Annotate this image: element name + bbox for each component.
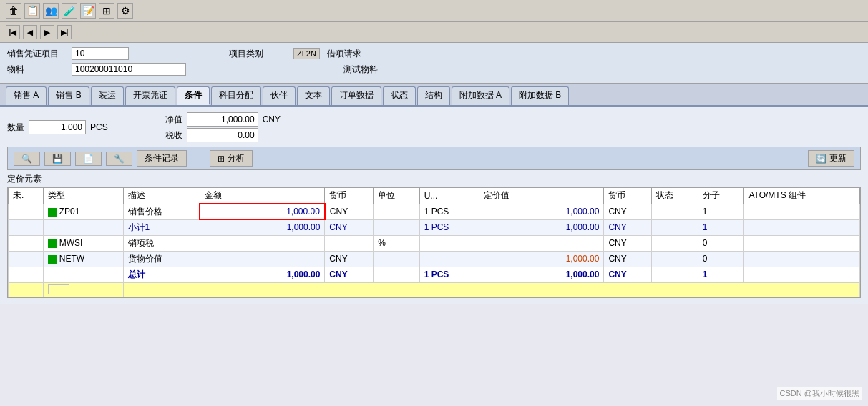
save-small-button[interactable]: 💾 (44, 152, 71, 166)
cell-pricecur: CNY (604, 219, 652, 235)
table-row[interactable]: ZP01 销售价格 1,000.00 CNY 1 PCS 1,000.00 CN… (9, 204, 860, 219)
cell-numerator: 0 (698, 251, 744, 267)
tab-partner[interactable]: 伙伴 (263, 86, 296, 105)
update-button[interactable]: 🔄 更新 (808, 150, 854, 167)
next-button[interactable]: ▶ (40, 25, 54, 39)
qty-input[interactable] (29, 120, 86, 134)
prev-button[interactable]: ◀ (23, 25, 37, 39)
cond-record-button[interactable]: 条件记录 (137, 150, 187, 167)
tab-order[interactable]: 订单数据 (331, 86, 381, 105)
cell-mark (9, 235, 44, 251)
tax-input[interactable] (187, 128, 258, 142)
net-label: 净值 (165, 114, 182, 126)
nav-bar: |◀ ◀ ▶ ▶| (0, 22, 868, 43)
tab-account[interactable]: 科目分配 (211, 86, 261, 105)
qty-group: 数量 PCS (7, 120, 108, 134)
update-label: 更新 (829, 152, 847, 164)
cell-mark (9, 251, 44, 267)
search-icon: 🔍 (21, 154, 32, 164)
analysis-button[interactable]: ⊞ 分析 (210, 150, 253, 167)
tab-sale-b[interactable]: 销售 B (48, 86, 89, 105)
net-input[interactable] (187, 112, 258, 127)
cell-uom: 1 PCS (419, 267, 479, 282)
field4-input[interactable] (72, 63, 186, 76)
field2-label: 项目类别 (229, 48, 286, 60)
tools-icon: 🔧 (114, 154, 125, 164)
type-input[interactable] (48, 284, 69, 294)
cell-priceval: 1,000.00 (479, 251, 603, 267)
qty-label: 数量 (7, 122, 24, 134)
tab-status[interactable]: 状态 (383, 86, 416, 105)
cell-type-input[interactable] (44, 282, 123, 297)
cell-priceval (479, 235, 603, 251)
tab-extra-a[interactable]: 附加数据 A (452, 86, 509, 105)
field2-value: ZL2N (293, 48, 320, 59)
user-button[interactable]: 👥 (43, 3, 59, 19)
tab-text[interactable]: 文本 (297, 86, 330, 105)
cell-uom: 1 PCS (419, 219, 479, 235)
save-icon: 💾 (52, 154, 63, 164)
tab-extra-b[interactable]: 附加数据 B (511, 86, 569, 105)
tab-cond[interactable]: 条件 (177, 86, 210, 105)
cell-mark (9, 282, 44, 297)
cell-currency (325, 235, 374, 251)
edit-button[interactable]: 📝 (80, 3, 96, 19)
field3-label: 借项请求 (327, 48, 384, 60)
update-icon: 🔄 (816, 154, 826, 164)
last-button[interactable]: ▶| (57, 25, 72, 39)
cell-uom (419, 235, 479, 251)
tab-ship[interactable]: 装运 (91, 86, 124, 105)
cell-pricecur: CNY (604, 204, 652, 219)
delete-button[interactable]: 🗑 (6, 3, 21, 19)
cell-ato (744, 267, 860, 282)
empty-input-row[interactable] (9, 282, 860, 297)
content-area: 数量 PCS 净值 CNY 税收 🔍 💾 📄 🔧 (0, 107, 868, 304)
cell-numerator: 1 (698, 219, 744, 235)
tax-label: 税收 (165, 129, 182, 142)
cell-priceval: 1,000.00 (479, 267, 603, 282)
table-row[interactable]: NETW 货物价值 CNY 1,000.00 CNY 0 (9, 251, 860, 267)
col-amount: 金额 (200, 188, 324, 204)
field5-label: 测试物料 (343, 64, 378, 76)
tab-struct[interactable]: 结构 (417, 86, 450, 105)
cell-amount: 1,000.00 (200, 219, 324, 235)
cell-amount: 1,000.00 (200, 267, 324, 282)
table-row[interactable]: 总计 1,000.00 CNY 1 PCS 1,000.00 CNY 1 (9, 267, 860, 282)
cell-pricecur: CNY (604, 251, 652, 267)
tab-sale-a[interactable]: 销售 A (6, 86, 47, 105)
first-button[interactable]: |◀ (6, 25, 20, 39)
cell-unit (374, 267, 420, 282)
table-row[interactable]: MWSI 销项税 % CNY 0 (9, 235, 860, 251)
table-row[interactable]: 小计1 1,000.00 CNY 1 PCS 1,000.00 CNY 1 (9, 219, 860, 235)
table-button[interactable]: ⊞ (99, 3, 114, 19)
search-button[interactable]: 🔍 (14, 152, 40, 166)
cell-status (652, 267, 698, 282)
col-desc: 描述 (123, 188, 200, 204)
copy-small-button[interactable]: 📄 (75, 152, 102, 166)
cell-amount[interactable]: 1,000.00 (200, 204, 324, 219)
field1-input[interactable] (72, 47, 129, 60)
cell-ato (744, 235, 860, 251)
cell-type: NETW (44, 251, 123, 267)
tab-invoice[interactable]: 开票凭证 (125, 86, 175, 105)
conditions-table: 未. 类型 描述 金额 货币 单位 U... 定价值 货币 状态 分子 ATO/… (7, 187, 861, 298)
cell-mark (9, 267, 44, 282)
cell-green: ZP01 (44, 204, 123, 219)
header-form: 销售凭证项目 项目类别 ZL2N 借项请求 物料 测试物料 (0, 43, 868, 84)
col-unit: 单位 (374, 188, 420, 204)
cond-record-label: 条件记录 (145, 152, 179, 164)
cell-ato (744, 251, 860, 267)
col-numerator: 分子 (698, 188, 744, 204)
col-type: 类型 (44, 188, 123, 204)
netval-block: 净值 CNY 税收 (165, 112, 281, 142)
cell-currency: CNY (325, 219, 374, 235)
cell-desc: 总计 (123, 267, 200, 282)
cell-currency: CNY (325, 204, 374, 219)
config-button[interactable]: ⚙ (117, 3, 133, 19)
copy-button[interactable]: 📋 (24, 3, 40, 19)
field4-label: 物料 (7, 64, 64, 76)
cell-ato (744, 219, 860, 235)
flask-button[interactable]: 🧪 (62, 3, 77, 19)
cell-numerator: 0 (698, 235, 744, 251)
tools-button[interactable]: 🔧 (106, 152, 132, 166)
